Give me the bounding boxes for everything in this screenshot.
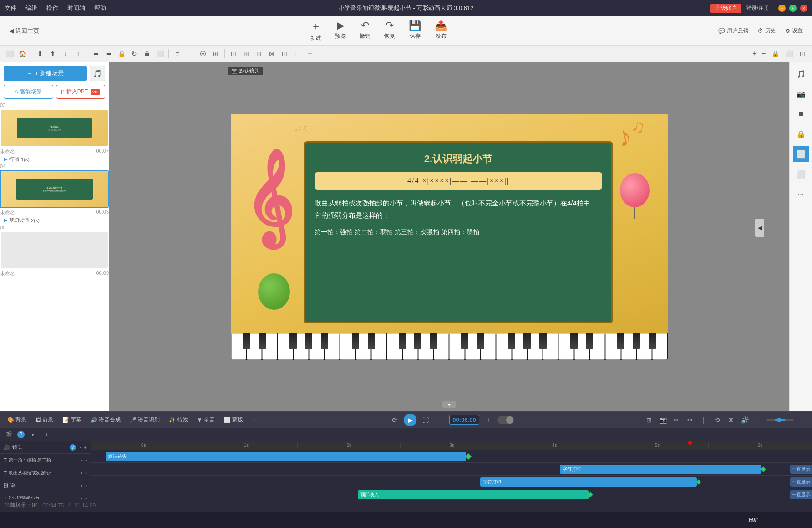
right-panel-record-btn[interactable]: ⏺	[793, 106, 809, 122]
tl-asr-btn[interactable]: 🎤 语音识别	[127, 415, 162, 425]
tl-minus-btn[interactable]: －	[753, 415, 764, 425]
tb2-more4[interactable]: ⊠	[266, 48, 278, 60]
lens-block[interactable]: 默认镜头	[106, 452, 466, 461]
right-panel-more-btn[interactable]: ···	[793, 186, 809, 202]
tb2-home-btn[interactable]: 🏠	[16, 48, 28, 60]
tb2-more2[interactable]: ⊞	[240, 48, 252, 60]
text2-keyframe[interactable]	[696, 479, 701, 484]
lens-keyframe[interactable]	[465, 453, 472, 459]
tb2-valign[interactable]: ≣	[184, 48, 196, 60]
tb2-copy-btn[interactable]: ⬜	[4, 48, 15, 60]
menu-bar[interactable]: 文件 编辑 操作 时间轴 帮助	[5, 4, 106, 12]
canvas-expand-down-btn[interactable]: ▼	[442, 401, 456, 408]
scene-thumb-03[interactable]: 音乐知识 什么是弱起小节	[0, 109, 109, 147]
right-panel-lock-btn[interactable]: 🔒	[793, 126, 809, 142]
tb2-delete-btn[interactable]: 🗑	[141, 48, 153, 60]
redo-button[interactable]: ↷ 恢复	[384, 20, 395, 42]
tl-zoom-slider[interactable]	[766, 419, 794, 421]
tl-vol-btn[interactable]: 🔊	[739, 415, 750, 425]
tb2-align-left[interactable]: ⬅	[90, 48, 102, 60]
tc-expand-btn[interactable]: +	[41, 429, 52, 440]
text1-dot-btn[interactable]: •	[81, 457, 82, 463]
play-pause-button[interactable]: ▶	[404, 414, 416, 426]
tc-help-btn[interactable]: ?	[17, 431, 25, 438]
fullscreen-btn[interactable]: ⛶	[420, 415, 431, 425]
title-expand-btn[interactable]: •	[85, 496, 87, 499]
sheet-dot-btn[interactable]: •	[81, 483, 82, 488]
tb2-more6[interactable]: ⊢	[291, 48, 303, 60]
tl-tts-btn[interactable]: 🔊 语音合成	[88, 415, 123, 425]
scene-item-05[interactable]: 05 未命名 00:09	[0, 225, 109, 277]
text2-expand-btn[interactable]: •	[85, 470, 87, 476]
tb2-group[interactable]: ⊞	[210, 48, 222, 60]
scene-transition-03[interactable]: ▶ 行辅 1(s)	[4, 156, 105, 163]
scene-thumb-05[interactable]	[0, 231, 109, 269]
maximize-button[interactable]: ＋	[789, 5, 797, 12]
tb2-sub-btn[interactable]: ↓	[60, 48, 71, 60]
tl-speed-btn[interactable]: ⧖	[726, 415, 736, 425]
minus-time-btn[interactable]: －	[435, 415, 446, 425]
tl-bg-btn[interactable]: 🎨 背景	[5, 415, 29, 425]
text1-expand-btn[interactable]: •	[85, 457, 87, 463]
tl-edit-btn[interactable]: ✏	[671, 415, 682, 425]
tb2-more5[interactable]: ⊡	[279, 48, 290, 60]
menu-edit[interactable]: 编辑	[25, 4, 37, 12]
tb2-transform-btn[interactable]: ⬜	[154, 48, 166, 60]
tl-caption-btn[interactable]: 📝 字幕	[60, 415, 84, 425]
title-dot-btn[interactable]: •	[81, 496, 82, 499]
tl-cut-btn[interactable]: ✂	[685, 415, 695, 425]
plus-time-btn[interactable]: ＋	[483, 415, 494, 425]
tl-plus-btn[interactable]: ＋	[797, 415, 807, 425]
tl-fx-btn[interactable]: ✨ 特效	[166, 415, 191, 425]
history-button[interactable]: ⏱ 历史	[758, 27, 776, 35]
lens-help-btn[interactable]: ?	[70, 444, 76, 451]
tb2-up-btn[interactable]: ⬆	[47, 48, 59, 60]
sheet-block[interactable]: 顶部淡入	[358, 490, 589, 499]
new-button[interactable]: ＋ 新建	[310, 20, 321, 42]
right-panel-color-btn[interactable]: ⬜	[793, 146, 809, 162]
right-panel-screenshot-btn[interactable]: 📷	[793, 86, 809, 102]
tb2-more3[interactable]: ⊟	[253, 48, 265, 60]
tl-camera-btn[interactable]: 📷	[657, 415, 668, 425]
tb2-super-btn[interactable]: ↑	[72, 48, 84, 60]
tb2-down-btn[interactable]: ⬇	[34, 48, 46, 60]
upgrade-button[interactable]: 升级账户	[710, 4, 741, 13]
music-button[interactable]: 🎵	[90, 66, 105, 81]
more-canvas-btn[interactable]: ⊡	[797, 48, 808, 60]
preview-button[interactable]: ▶ 预览	[335, 20, 346, 42]
tb2-more7[interactable]: ⊣	[304, 48, 316, 60]
publish-button[interactable]: 📤 发布	[435, 20, 447, 42]
right-panel-layer-btn[interactable]: ⬜	[793, 166, 809, 182]
login-button[interactable]: 登录/注册	[746, 5, 769, 12]
loop-toggle[interactable]	[497, 416, 514, 424]
new-scene-button[interactable]: ＋ + 新建场景	[4, 66, 87, 81]
tb2-align-top[interactable]: ≡	[172, 48, 183, 60]
back-home-button[interactable]: ◀ 返回主页	[9, 27, 39, 35]
zoom-in-btn[interactable]: ＋	[751, 49, 758, 58]
smart-scene-button[interactable]: A 智能场景	[4, 85, 53, 99]
minimize-button[interactable]: －	[778, 5, 786, 12]
close-button[interactable]: ×	[800, 5, 807, 12]
save-button[interactable]: 💾 保存	[409, 20, 421, 42]
menu-file[interactable]: 文件	[5, 4, 16, 12]
undo-button[interactable]: ↶ 撤销	[360, 20, 370, 42]
lens-dot-btn[interactable]: •	[80, 445, 81, 450]
scene-item-04[interactable]: 04 2.认识弱起小节 歌曲从弱拍或次强拍起的小节 未命名 00:05	[0, 164, 109, 216]
tb2-dist[interactable]: ⦿	[197, 48, 209, 60]
text1-block[interactable]: 字符打印	[560, 465, 762, 474]
tb2-lock-btn[interactable]: 🔒	[116, 48, 127, 60]
lock-canvas-btn[interactable]: 🔒	[769, 48, 781, 60]
scene-transition-04[interactable]: ▶ 梦幻波浪 2(s)	[4, 217, 105, 224]
copy-canvas-btn[interactable]: ⬜	[783, 48, 795, 60]
tb2-more1[interactable]: ⊡	[228, 48, 239, 60]
tb2-align-right[interactable]: ➡	[103, 48, 115, 60]
tl-fit-btn[interactable]: ⊞	[644, 415, 655, 425]
lens-expand-btn[interactable]: +	[84, 445, 87, 450]
sheet-keyframe[interactable]	[588, 492, 593, 497]
tl-split-btn[interactable]: |	[698, 415, 709, 425]
rewind-btn[interactable]: ⟳	[389, 415, 400, 425]
text2-dot-btn[interactable]: •	[81, 470, 82, 476]
scene-item-03[interactable]: 03 音乐知识 什么是弱起小节 未命名 00:07	[0, 103, 109, 155]
tl-more-btn[interactable]: ···	[249, 416, 259, 424]
zoom-out-btn[interactable]: －	[760, 49, 767, 58]
